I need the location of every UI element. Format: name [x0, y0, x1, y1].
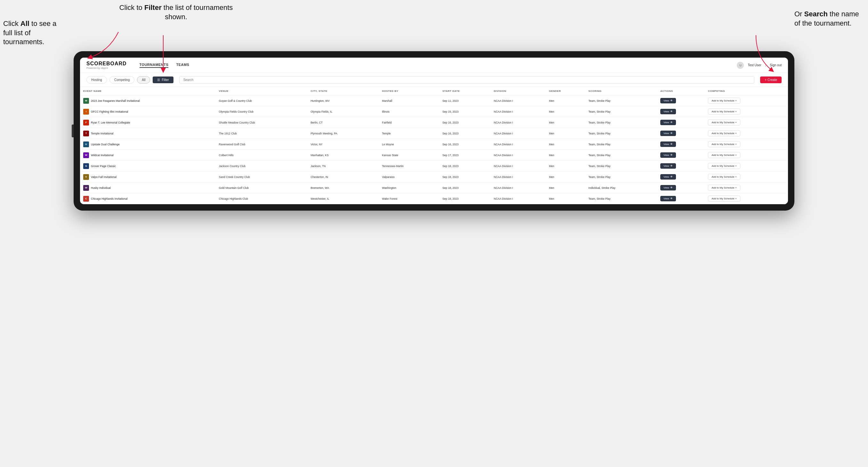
cell-scoring-0: Team, Stroke Play — [585, 95, 657, 106]
nav-teams[interactable]: TEAMS — [176, 63, 189, 68]
cell-gender-1: Men — [546, 106, 585, 117]
cell-division-9: NCAA Division I — [491, 193, 546, 204]
add-schedule-button-8[interactable]: Add to My Schedule + — [708, 185, 740, 191]
add-schedule-button-0[interactable]: Add to My Schedule + — [708, 98, 740, 104]
cell-scoring-6: Team, Stroke Play — [585, 161, 657, 172]
filter-label: Filter — [162, 78, 169, 82]
header-right: U Test User | Sign out — [737, 62, 782, 69]
eye-icon-4: 👁 — [670, 143, 673, 146]
add-schedule-button-2[interactable]: Add to My Schedule + — [708, 119, 740, 125]
view-label-7: View — [663, 176, 669, 178]
cell-actions-3: View 👁 — [657, 128, 705, 139]
cell-competing-8: Add to My Schedule + — [705, 182, 788, 193]
cell-venue-6: Jackson Country Club — [216, 161, 308, 172]
team-logo-5: W — [83, 152, 89, 158]
cell-competing-4: Add to My Schedule + — [705, 139, 788, 150]
view-button-3[interactable]: View 👁 — [660, 131, 676, 136]
cell-venue-0: Guyan Golf & Country Club — [216, 95, 308, 106]
cell-event-name-9: C Chicago Highlands Invitational — [80, 193, 216, 204]
view-button-2[interactable]: View 👁 — [660, 120, 676, 125]
cell-gender-2: Men — [546, 117, 585, 128]
view-button-6[interactable]: View 👁 — [660, 163, 676, 169]
cell-event-name-8: W Husky Individual — [80, 182, 216, 193]
tablet-frame: SCOREBOARD Powered by clipp'd TOURNAMENT… — [73, 51, 795, 211]
cell-competing-5: Add to My Schedule + — [705, 150, 788, 161]
add-schedule-button-1[interactable]: Add to My Schedule + — [708, 108, 740, 115]
cell-venue-4: Ravenwood Golf Club — [216, 139, 308, 150]
tournaments-table: EVENT NAME VENUE CITY, STATE HOSTED BY S… — [80, 87, 788, 204]
eye-icon-5: 👁 — [670, 154, 673, 157]
cell-date-9: Sep 18, 2023 — [439, 193, 491, 204]
view-button-4[interactable]: View 👁 — [660, 142, 676, 147]
cell-gender-7: Men — [546, 172, 585, 182]
logo-sub: Powered by clipp'd — [86, 67, 127, 69]
annotation-topcenter: Click to Filter the list of tournaments … — [118, 3, 234, 22]
team-logo-2: F — [83, 120, 89, 125]
view-button-5[interactable]: View 👁 — [660, 152, 676, 158]
add-schedule-label-6: Add to My Schedule + — [712, 164, 737, 167]
cell-date-4: Sep 16, 2023 — [439, 139, 491, 150]
add-schedule-label-0: Add to My Schedule + — [712, 99, 737, 102]
add-schedule-button-9[interactable]: Add to My Schedule + — [708, 195, 740, 201]
tablet-side-button — [72, 125, 73, 137]
add-schedule-button-7[interactable]: Add to My Schedule + — [708, 174, 740, 180]
cell-date-5: Sep 17, 2023 — [439, 150, 491, 161]
table-header-row: EVENT NAME VENUE CITY, STATE HOSTED BY S… — [80, 87, 788, 95]
tab-all[interactable]: All — [137, 76, 150, 84]
cell-division-3: NCAA Division I — [491, 128, 546, 139]
cell-gender-9: Men — [546, 193, 585, 204]
table-row: C Chicago Highlands Invitational Chicago… — [80, 193, 788, 204]
annotation-topright: Or Search the name of the tournament. — [795, 9, 865, 28]
nav-tournaments[interactable]: TOURNAMENTS — [140, 63, 169, 68]
table-container: EVENT NAME VENUE CITY, STATE HOSTED BY S… — [80, 87, 788, 204]
cell-competing-9: Add to My Schedule + — [705, 193, 788, 204]
view-label-4: View — [663, 143, 669, 146]
search-input[interactable] — [179, 76, 755, 84]
view-label-1: View — [663, 110, 669, 113]
cell-city-5: Manhattan, KS — [307, 150, 379, 161]
col-start-date: START DATE — [439, 87, 491, 95]
user-avatar: U — [737, 62, 744, 69]
nav-links: TOURNAMENTS TEAMS — [140, 63, 727, 68]
table-row: G Grover Page Classic Jackson Country Cl… — [80, 161, 788, 172]
cell-venue-2: Shuttle Meadow Country Club — [216, 117, 308, 128]
add-schedule-button-3[interactable]: Add to My Schedule + — [708, 130, 740, 136]
event-name-text-0: 2023 Joe Feaganes Marshall Invitational — [91, 99, 140, 102]
view-label-6: View — [663, 164, 669, 167]
add-schedule-button-4[interactable]: Add to My Schedule + — [708, 141, 740, 147]
view-button-1[interactable]: View 👁 — [660, 109, 676, 114]
create-button[interactable]: + Create — [760, 76, 782, 83]
cell-division-7: NCAA Division I — [491, 172, 546, 182]
filter-icon: ☰ — [157, 78, 160, 82]
eye-icon-1: 👁 — [670, 110, 673, 113]
view-button-9[interactable]: View 👁 — [660, 196, 676, 201]
cell-actions-8: View 👁 — [657, 182, 705, 193]
cell-date-7: Sep 18, 2023 — [439, 172, 491, 182]
eye-icon-6: 👁 — [670, 164, 673, 167]
cell-date-6: Sep 18, 2023 — [439, 161, 491, 172]
view-button-7[interactable]: View 👁 — [660, 174, 676, 180]
view-button-8[interactable]: View 👁 — [660, 185, 676, 190]
cell-venue-9: Chicago Highlands Club — [216, 193, 308, 204]
cell-competing-1: Add to My Schedule + — [705, 106, 788, 117]
cell-event-name-6: G Grover Page Classic — [80, 161, 216, 172]
tab-competing[interactable]: Competing — [110, 76, 134, 84]
event-name-text-4: Upstate Dual Challenge — [91, 143, 120, 146]
add-schedule-label-2: Add to My Schedule + — [712, 121, 737, 124]
add-schedule-button-6[interactable]: Add to My Schedule + — [708, 163, 740, 169]
filter-button[interactable]: ☰ Filter — [153, 76, 173, 83]
add-schedule-label-4: Add to My Schedule + — [712, 143, 737, 146]
eye-icon-2: 👁 — [670, 121, 673, 124]
cell-city-6: Jackson, TN — [307, 161, 379, 172]
annotation-topleft: Click All to see a full list of tourname… — [3, 19, 67, 47]
cell-competing-2: Add to My Schedule + — [705, 117, 788, 128]
cell-gender-5: Men — [546, 150, 585, 161]
sign-out-link[interactable]: Sign out — [770, 63, 782, 67]
cell-hosted-5: Kansas State — [379, 150, 439, 161]
cell-date-1: Sep 15, 2023 — [439, 106, 491, 117]
tab-hosting[interactable]: Hosting — [86, 76, 107, 84]
cell-actions-1: View 👁 — [657, 106, 705, 117]
cell-scoring-1: Team, Stroke Play — [585, 106, 657, 117]
view-button-0[interactable]: View 👁 — [660, 98, 676, 103]
add-schedule-button-5[interactable]: Add to My Schedule + — [708, 152, 740, 158]
